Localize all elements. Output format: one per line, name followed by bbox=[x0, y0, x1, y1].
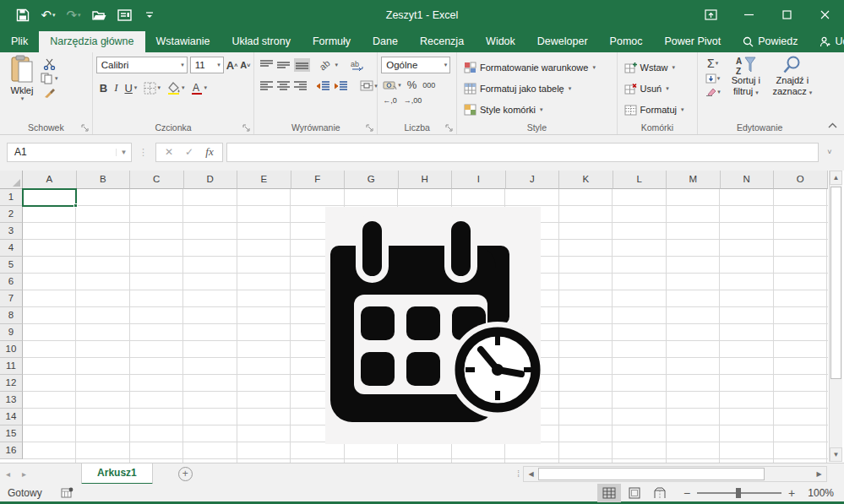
name-box[interactable]: A1 ▼ bbox=[7, 143, 132, 162]
format-painter-icon[interactable] bbox=[41, 87, 58, 99]
align-top-icon[interactable] bbox=[260, 60, 273, 70]
align-left-icon[interactable] bbox=[260, 81, 273, 91]
tab-narzedzia-glowne[interactable]: Narzędzia główne bbox=[39, 31, 144, 52]
save-icon[interactable] bbox=[12, 5, 34, 25]
underline-dropdown-icon[interactable]: ▾ bbox=[134, 84, 138, 91]
autosum-icon[interactable]: Σ▾ bbox=[705, 57, 721, 70]
row-header[interactable]: 16 bbox=[0, 442, 23, 459]
font-family-select[interactable]: Calibri▾ bbox=[96, 57, 188, 73]
cell-styles-button[interactable]: Style komórki▾ bbox=[464, 101, 615, 117]
column-header[interactable]: G bbox=[345, 171, 399, 189]
record-macro-icon[interactable] bbox=[61, 487, 74, 498]
decrease-decimal-icon[interactable]: →,00 bbox=[404, 96, 422, 105]
format-cells-button[interactable]: Formatuj▾ bbox=[624, 101, 696, 117]
sheet-prev-icon[interactable]: ◂ bbox=[0, 469, 16, 479]
page-break-view-icon[interactable] bbox=[648, 484, 672, 502]
tab-power-pivot[interactable]: Power Pivot bbox=[654, 31, 732, 52]
sheet-next-icon[interactable]: ▸ bbox=[16, 469, 32, 479]
row-header[interactable]: 14 bbox=[0, 409, 23, 425]
scroll-left-icon[interactable]: ◀ bbox=[524, 467, 538, 481]
horizontal-scrollbar[interactable]: ◀ ▶ bbox=[523, 466, 827, 482]
row-header[interactable]: 2 bbox=[0, 206, 23, 223]
select-all-corner[interactable] bbox=[0, 171, 23, 189]
formula-input[interactable] bbox=[226, 143, 819, 162]
number-format-select[interactable]: Ogólne▾ bbox=[381, 57, 450, 73]
insert-function-icon[interactable]: fx bbox=[200, 145, 219, 159]
tab-widok[interactable]: Widok bbox=[475, 31, 526, 52]
fill-color-icon[interactable]: ▾ bbox=[167, 82, 185, 95]
wrap-text-icon[interactable]: ab bbox=[351, 60, 364, 71]
zoom-level[interactable]: 100% bbox=[802, 487, 834, 499]
quick-access-panel-icon[interactable] bbox=[113, 5, 135, 25]
open-folder-icon[interactable] bbox=[88, 5, 110, 25]
column-header[interactable]: A bbox=[23, 171, 77, 189]
orientation-dropdown-icon[interactable]: ▾ bbox=[335, 62, 339, 68]
decrease-indent-icon[interactable] bbox=[316, 81, 329, 91]
percent-style-icon[interactable]: % bbox=[407, 79, 417, 91]
close-button[interactable] bbox=[806, 0, 844, 30]
align-right-icon[interactable] bbox=[294, 81, 307, 91]
row-header[interactable]: 6 bbox=[0, 274, 23, 290]
cut-icon[interactable] bbox=[41, 58, 58, 70]
selected-cell-a1[interactable] bbox=[22, 188, 77, 207]
scroll-up-icon[interactable]: ▲ bbox=[830, 171, 842, 185]
bold-button[interactable]: B bbox=[100, 82, 107, 95]
find-select-button[interactable]: Znajdź izaznacz ▾ bbox=[771, 55, 814, 119]
undo-dropdown-icon[interactable]: ▾ bbox=[52, 12, 56, 19]
sort-filter-button[interactable]: AZ Sortuj ifiltruj ▾ bbox=[726, 55, 766, 119]
row-header[interactable]: 1 bbox=[0, 189, 23, 206]
zoom-slider-thumb[interactable] bbox=[736, 488, 741, 498]
vertical-scrollbar[interactable]: ▲ ▼ bbox=[829, 171, 842, 462]
format-as-table-button[interactable]: Formatuj jako tabelę▾ bbox=[464, 80, 615, 96]
column-header[interactable]: F bbox=[291, 171, 346, 189]
enter-icon[interactable]: ✓ bbox=[180, 146, 199, 158]
font-dialog-launcher-icon[interactable] bbox=[242, 123, 251, 132]
align-bottom-icon[interactable] bbox=[294, 58, 310, 72]
zoom-in-icon[interactable]: + bbox=[787, 486, 797, 500]
scroll-down-icon[interactable]: ▼ bbox=[830, 447, 842, 462]
column-header[interactable]: L bbox=[613, 171, 667, 189]
orientation-icon[interactable]: ab bbox=[318, 57, 332, 72]
sheet-tab-arkusz1[interactable]: Arkusz1 bbox=[81, 463, 153, 485]
maximize-button[interactable] bbox=[768, 0, 806, 30]
row-header[interactable]: 4 bbox=[0, 240, 23, 257]
tell-me-box[interactable]: Powiedz bbox=[732, 31, 809, 52]
ribbon-display-options-icon[interactable] bbox=[692, 0, 730, 30]
clipboard-dialog-launcher-icon[interactable] bbox=[81, 123, 90, 132]
tab-deweloper[interactable]: Deweloper bbox=[526, 31, 599, 52]
underline-button[interactable]: U bbox=[124, 82, 132, 95]
font-size-select[interactable]: 11▾ bbox=[190, 57, 224, 73]
accounting-format-icon[interactable]: ▾ bbox=[383, 80, 401, 90]
scroll-right-icon[interactable]: ▶ bbox=[812, 467, 826, 481]
increase-decimal-icon[interactable]: ←,0 bbox=[383, 96, 397, 105]
row-header[interactable]: 11 bbox=[0, 358, 23, 375]
comma-style-icon[interactable]: 000 bbox=[422, 81, 435, 89]
column-header[interactable]: J bbox=[506, 171, 560, 189]
name-box-dropdown-icon[interactable]: ▼ bbox=[116, 149, 131, 156]
column-header[interactable]: I bbox=[452, 171, 506, 189]
tab-plik[interactable]: Plik bbox=[0, 31, 39, 52]
column-header[interactable]: M bbox=[667, 171, 721, 189]
row-header[interactable]: 7 bbox=[0, 290, 23, 307]
column-header[interactable]: K bbox=[559, 171, 613, 189]
decrease-font-icon[interactable]: A˅ bbox=[240, 60, 250, 70]
tab-uklad-strony[interactable]: Układ strony bbox=[221, 31, 301, 52]
horizontal-scroll-thumb[interactable] bbox=[538, 468, 765, 480]
number-dialog-launcher-icon[interactable] bbox=[445, 123, 454, 132]
font-color-icon[interactable]: A▾ bbox=[191, 82, 207, 95]
calendar-clock-image[interactable] bbox=[325, 207, 541, 444]
increase-font-icon[interactable]: A˄ bbox=[226, 59, 237, 72]
row-header[interactable]: 3 bbox=[0, 223, 23, 240]
row-header[interactable]: 9 bbox=[0, 324, 23, 341]
vertical-scroll-thumb[interactable] bbox=[830, 187, 841, 379]
zoom-out-icon[interactable]: − bbox=[682, 486, 692, 500]
clear-icon[interactable]: ▾ bbox=[705, 87, 721, 96]
row-header[interactable]: 13 bbox=[0, 392, 23, 409]
normal-view-icon[interactable] bbox=[597, 484, 621, 502]
tab-scroll-split-handle[interactable]: ⁞ bbox=[514, 469, 523, 479]
tab-formuly[interactable]: Formuły bbox=[302, 31, 362, 52]
undo-icon[interactable]: ↶▾ bbox=[37, 5, 59, 25]
align-center-icon[interactable] bbox=[277, 81, 290, 91]
tab-dane[interactable]: Dane bbox=[362, 31, 409, 52]
insert-cells-button[interactable]: Wstaw▾ bbox=[624, 59, 696, 75]
